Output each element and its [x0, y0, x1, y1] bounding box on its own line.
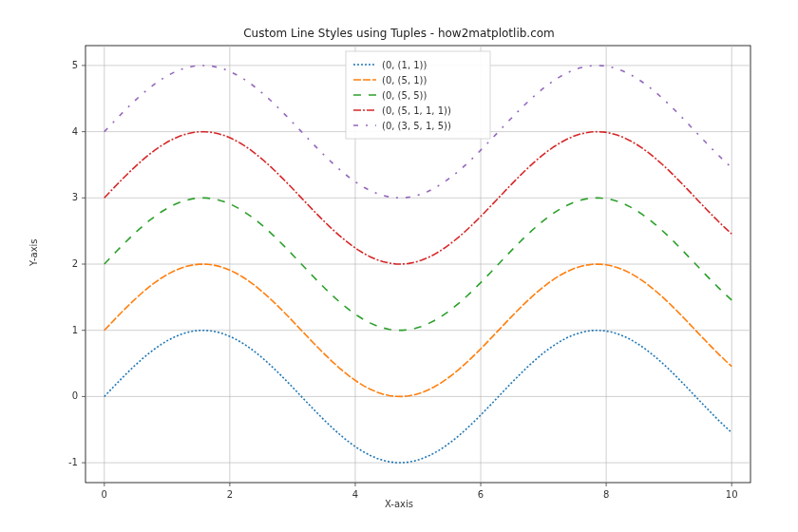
y-tick-label: 5 — [72, 60, 78, 70]
y-tick-label: -1 — [68, 457, 78, 467]
legend-label: (0, (3, 5, 1, 5)) — [382, 121, 451, 131]
legend-label: (0, (5, 1, 1, 1)) — [382, 105, 451, 116]
legend-label: (0, (5, 5)) — [382, 90, 428, 101]
plot-svg: 0246810 -1012345 (0, (1, 1))(0, (5, 1))(… — [0, 0, 798, 532]
legend-label: (0, (1, 1)) — [382, 60, 428, 70]
legend-label: (0, (5, 1)) — [382, 75, 428, 86]
y-tick-label: 0 — [72, 390, 78, 401]
x-tick-label: 10 — [726, 489, 738, 500]
y-tick-label: 1 — [72, 325, 78, 335]
legend: (0, (1, 1))(0, (5, 1))(0, (5, 5))(0, (5,… — [346, 51, 490, 139]
x-tick-label: 8 — [603, 489, 609, 500]
x-tick-label: 0 — [102, 489, 107, 500]
x-tick-label: 6 — [478, 489, 484, 500]
chart-container: Custom Line Styles using Tuples - how2ma… — [0, 0, 798, 532]
y-tick-label: 4 — [72, 126, 78, 137]
x-ticks: 0246810 — [102, 483, 738, 500]
x-tick-label: 2 — [227, 489, 233, 500]
y-tick-label: 3 — [72, 192, 78, 202]
x-tick-label: 4 — [352, 489, 358, 500]
y-ticks: -1012345 — [68, 60, 86, 467]
y-tick-label: 2 — [72, 258, 78, 269]
